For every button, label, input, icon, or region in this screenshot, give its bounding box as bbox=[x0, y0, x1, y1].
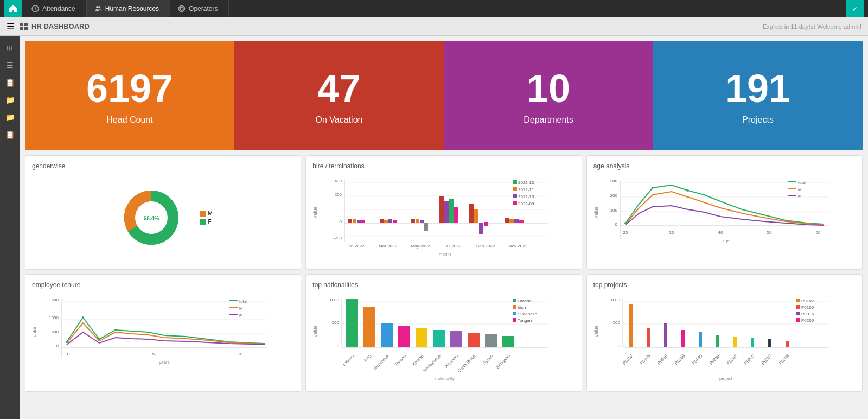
svg-point-2 bbox=[98, 6, 100, 8]
svg-point-98 bbox=[114, 329, 117, 331]
svg-text:Costa Rican: Costa Rican bbox=[457, 353, 477, 373]
home-button[interactable] bbox=[4, 0, 22, 17]
svg-rect-42 bbox=[484, 222, 488, 226]
sidebar-report-icon[interactable]: 📋 bbox=[2, 127, 17, 142]
svg-text:31.6%: 31.6% bbox=[124, 207, 138, 212]
svg-text:50: 50 bbox=[767, 230, 771, 235]
svg-rect-8 bbox=[24, 27, 28, 30]
tab-human-resources[interactable]: Human Resources bbox=[87, 0, 170, 17]
tab-operators[interactable]: Operators bbox=[170, 0, 229, 17]
sidebar-menu-icon[interactable]: ☰ bbox=[2, 58, 17, 73]
svg-rect-175 bbox=[796, 305, 800, 309]
svg-rect-41 bbox=[479, 223, 483, 234]
svg-rect-152 bbox=[629, 304, 633, 347]
svg-rect-43 bbox=[505, 218, 509, 223]
sidebar-folder1-icon[interactable]: 📁 bbox=[2, 92, 17, 107]
svg-text:400: 400 bbox=[335, 179, 342, 183]
kpi-departments-value: 10 bbox=[527, 66, 570, 111]
svg-text:2022-10: 2022-10 bbox=[518, 194, 534, 199]
svg-text:P0206: P0206 bbox=[801, 318, 814, 323]
svg-rect-24 bbox=[353, 219, 356, 223]
svg-rect-156 bbox=[699, 332, 702, 347]
kpi-vacation-label: On Vacation bbox=[316, 115, 363, 125]
svg-text:40: 40 bbox=[718, 230, 723, 235]
svg-text:2022-12: 2022-12 bbox=[518, 180, 534, 185]
tenure-chart-container: value 1500 1000 500 0 bbox=[32, 293, 294, 379]
legend-m-dot bbox=[200, 211, 206, 217]
legend-f-dot bbox=[200, 219, 206, 225]
svg-text:300: 300 bbox=[610, 179, 617, 183]
svg-text:200: 200 bbox=[335, 192, 342, 197]
svg-rect-45 bbox=[514, 219, 519, 223]
kpi-projects-label: Projects bbox=[742, 115, 774, 125]
svg-text:-200: -200 bbox=[333, 236, 342, 240]
svg-text:500: 500 bbox=[52, 329, 59, 334]
svg-rect-54 bbox=[513, 180, 517, 184]
svg-text:0: 0 bbox=[337, 344, 340, 348]
pie-chart-container: 68.4% 31.6% M F bbox=[32, 174, 294, 261]
svg-text:P0239: P0239 bbox=[709, 353, 721, 366]
kpi-projects-value: 191 bbox=[725, 66, 790, 111]
svg-text:Ethiopian: Ethiopian bbox=[495, 353, 512, 370]
svg-rect-122 bbox=[450, 331, 462, 347]
svg-rect-58 bbox=[513, 194, 517, 198]
svg-rect-33 bbox=[420, 220, 424, 223]
svg-text:May 2022: May 2022 bbox=[411, 244, 431, 249]
kpi-departments[interactable]: 10 Departments bbox=[444, 41, 653, 150]
tab-attendance[interactable]: Attendance bbox=[24, 0, 87, 17]
svg-text:2022-09: 2022-09 bbox=[518, 201, 534, 206]
svg-text:0: 0 bbox=[56, 344, 59, 348]
nationalities-chart-inner: 1000 500 0 bbox=[320, 293, 553, 385]
svg-rect-25 bbox=[357, 220, 361, 223]
age-chart-container: value 300 200 100 0 bbox=[593, 174, 856, 261]
svg-text:Syrian: Syrian bbox=[482, 353, 494, 365]
svg-text:F: F bbox=[798, 194, 801, 199]
svg-text:P0227: P0227 bbox=[761, 353, 773, 366]
svg-point-3 bbox=[180, 7, 183, 10]
svg-rect-117 bbox=[363, 307, 375, 347]
svg-rect-124 bbox=[485, 334, 497, 347]
svg-text:Albanian: Albanian bbox=[444, 353, 459, 369]
pie-legend: M F bbox=[200, 211, 212, 225]
hire-svg: 400 200 0 -200 bbox=[320, 174, 553, 258]
hamburger-menu[interactable]: ☰ bbox=[7, 21, 14, 31]
charts-row-2: employee tenure value 1500 1000 500 0 bbox=[25, 274, 863, 392]
svg-text:P0242: P0242 bbox=[726, 353, 738, 366]
svg-text:P0015: P0015 bbox=[656, 353, 669, 366]
svg-text:Sep 2022: Sep 2022 bbox=[476, 244, 495, 249]
sidebar-folder2-icon[interactable]: 📁 bbox=[2, 110, 17, 125]
kpi-projects[interactable]: 191 Projects bbox=[653, 41, 863, 150]
svg-text:10: 10 bbox=[238, 352, 243, 357]
svg-rect-30 bbox=[393, 220, 397, 223]
svg-text:60: 60 bbox=[815, 230, 820, 235]
chart-genderwise-title: genderwise bbox=[32, 162, 294, 170]
svg-text:Tongan: Tongan bbox=[394, 353, 407, 367]
svg-rect-5 bbox=[20, 23, 23, 26]
sidebar-home-icon[interactable]: ⊞ bbox=[2, 40, 17, 55]
chart-projects-title: top projects bbox=[593, 281, 856, 289]
svg-rect-7 bbox=[20, 27, 23, 30]
top-nav-right-icon: ✓ bbox=[846, 0, 864, 17]
tenure-y-label: value bbox=[32, 293, 37, 369]
svg-point-73 bbox=[687, 189, 689, 192]
kpi-vacation[interactable]: 47 On Vacation bbox=[234, 41, 444, 150]
svg-rect-31 bbox=[411, 219, 415, 223]
svg-point-1 bbox=[96, 6, 98, 8]
svg-rect-56 bbox=[513, 187, 517, 191]
svg-text:Korean: Korean bbox=[411, 353, 425, 367]
svg-rect-26 bbox=[361, 220, 365, 223]
svg-text:Latvian: Latvian bbox=[518, 299, 532, 303]
svg-rect-38 bbox=[454, 207, 458, 223]
svg-rect-141 bbox=[513, 312, 516, 315]
svg-point-97 bbox=[98, 338, 100, 340]
kpi-headcount[interactable]: 6197 Head Count bbox=[25, 41, 234, 150]
svg-text:1000: 1000 bbox=[49, 315, 59, 320]
svg-point-95 bbox=[66, 341, 68, 343]
svg-text:total: total bbox=[239, 299, 247, 304]
svg-rect-160 bbox=[768, 339, 771, 347]
age-y-label: value bbox=[593, 174, 599, 250]
svg-rect-6 bbox=[24, 23, 28, 26]
svg-text:P0015: P0015 bbox=[801, 312, 814, 316]
svg-text:project: project bbox=[719, 376, 733, 381]
sidebar-list-icon[interactable]: 📋 bbox=[2, 75, 17, 90]
